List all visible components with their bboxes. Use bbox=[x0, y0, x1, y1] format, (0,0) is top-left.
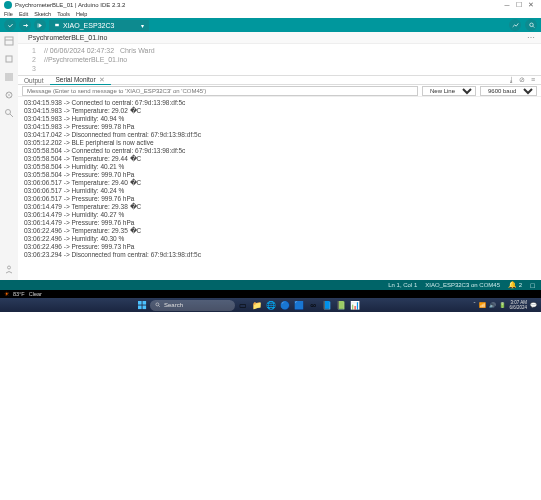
clear-icon[interactable]: ⊘ bbox=[518, 76, 526, 84]
status-board[interactable]: XIAO_ESP32C3 on COM45 bbox=[425, 282, 500, 288]
upload-button[interactable] bbox=[19, 19, 31, 31]
board-selector[interactable]: XIAO_ESP32C3 ▾ bbox=[49, 20, 149, 31]
svg-rect-8 bbox=[138, 301, 142, 305]
close-button[interactable]: ✕ bbox=[525, 1, 537, 9]
serial-line: 03:06:14.479 -> Temperature: 29.38 �C bbox=[24, 203, 535, 211]
excel-icon[interactable]: 📊 bbox=[349, 299, 361, 311]
toolbar: XIAO_ESP32C3 ▾ bbox=[0, 18, 541, 32]
svg-rect-0 bbox=[37, 23, 38, 27]
tray-chevron-icon[interactable]: ˄ bbox=[473, 302, 476, 308]
serial-output[interactable]: 03:04:15.938 -> Connected to central: 67… bbox=[18, 97, 541, 280]
serial-line: 03:05:12.202 -> BLE peripheral is now ac… bbox=[24, 139, 535, 147]
system-tray[interactable]: ˄ 📶 🔊 🔋 3:07 AM 6/6/2024 💬 bbox=[473, 300, 537, 310]
panel-menu-icon[interactable]: ≡ bbox=[529, 76, 537, 84]
menu-help[interactable]: Help bbox=[76, 11, 87, 17]
svg-point-6 bbox=[6, 110, 11, 115]
board-name: XIAO_ESP32C3 bbox=[63, 22, 114, 29]
code-editor[interactable]: 1// 06/06/2024 02:47:32 Chris Ward 2//Ps… bbox=[18, 44, 541, 75]
serial-line: 03:06:06.517 -> Humidity: 40.24 % bbox=[24, 187, 535, 195]
menu-sketch[interactable]: Sketch bbox=[34, 11, 51, 17]
chevron-down-icon: ▾ bbox=[141, 22, 144, 29]
baud-select[interactable]: 9600 baud bbox=[480, 86, 537, 96]
serial-line: 03:06:23.294 -> Disconnected from centra… bbox=[24, 251, 535, 259]
maximize-button[interactable]: ☐ bbox=[513, 1, 525, 9]
chrome-icon[interactable]: 🌐 bbox=[265, 299, 277, 311]
explorer-icon[interactable]: 📁 bbox=[251, 299, 263, 311]
cursor-position: Ln 1, Col 1 bbox=[388, 282, 417, 288]
output-tab[interactable]: Output bbox=[18, 77, 50, 84]
taskbar-search[interactable]: Search bbox=[150, 300, 235, 311]
line-ending-select[interactable]: New Line bbox=[422, 86, 476, 96]
serial-monitor-tab[interactable]: Serial Monitor✕ bbox=[50, 76, 111, 85]
serial-line: 03:04:15.983 -> Humidity: 40.94 % bbox=[24, 115, 535, 123]
serial-plotter-button[interactable] bbox=[509, 19, 521, 31]
search-icon[interactable] bbox=[4, 108, 14, 118]
serial-line: 03:04:15.938 -> Connected to central: 67… bbox=[24, 99, 535, 107]
start-button[interactable] bbox=[136, 299, 148, 311]
weather-label: Clear bbox=[29, 291, 42, 297]
weather-temp: 83°F bbox=[13, 291, 25, 297]
serial-line: 03:06:14.479 -> Pressure: 999.76 hPa bbox=[24, 219, 535, 227]
title-bar: PsychrometerBLE_01 | Arduino IDE 2.3.2 ─… bbox=[0, 0, 541, 10]
menu-tools[interactable]: Tools bbox=[57, 11, 70, 17]
svg-rect-10 bbox=[138, 305, 142, 309]
svg-point-7 bbox=[8, 266, 11, 269]
volume-icon[interactable]: 🔊 bbox=[489, 302, 496, 308]
serial-line: 03:04:15.983 -> Pressure: 999.78 hPa bbox=[24, 123, 535, 131]
svg-rect-11 bbox=[142, 305, 146, 309]
battery-icon[interactable]: 🔋 bbox=[499, 302, 506, 308]
bottom-panel-tabs: Output Serial Monitor✕ ⭳ ⊘ ≡ bbox=[18, 75, 541, 85]
scroll-toggle-icon[interactable]: ⭳ bbox=[507, 76, 515, 84]
svg-rect-3 bbox=[5, 37, 13, 45]
app-icon-2[interactable]: 🟦 bbox=[293, 299, 305, 311]
serial-line: 03:06:22.496 -> Pressure: 999.73 hPa bbox=[24, 243, 535, 251]
bell-icon: 🔔 bbox=[508, 281, 517, 288]
wifi-icon[interactable]: 📶 bbox=[479, 302, 486, 308]
verify-button[interactable] bbox=[4, 19, 16, 31]
editor-tabs: PsychrometerBLE_01.ino ⋯ bbox=[18, 32, 541, 44]
code-text: // 06/06/2024 02:47:32 Chris Ward bbox=[44, 46, 155, 55]
weather-icon: ☀ bbox=[4, 291, 9, 297]
line-number: 2 bbox=[24, 55, 44, 64]
menu-bar: File Edit Sketch Tools Help bbox=[0, 10, 541, 18]
debug-button[interactable] bbox=[34, 19, 46, 31]
status-bar: Ln 1, Col 1 XIAO_ESP32C3 on COM45 🔔 2 ☐ bbox=[0, 280, 541, 290]
serial-line: 03:06:06.517 -> Pressure: 999.76 hPa bbox=[24, 195, 535, 203]
tab-overflow-button[interactable]: ⋯ bbox=[527, 33, 535, 42]
library-manager-icon[interactable] bbox=[4, 72, 14, 82]
app-icon-3[interactable]: 📘 bbox=[321, 299, 333, 311]
serial-message-input[interactable] bbox=[22, 86, 418, 96]
serial-monitor-button[interactable] bbox=[525, 19, 537, 31]
minimize-button[interactable]: ─ bbox=[501, 2, 513, 9]
account-icon[interactable] bbox=[4, 264, 14, 274]
app-icon-4[interactable]: 📗 bbox=[335, 299, 347, 311]
serial-line: 03:06:14.479 -> Humidity: 40.27 % bbox=[24, 211, 535, 219]
notifications-icon[interactable]: 💬 bbox=[530, 302, 537, 308]
weather-widget[interactable]: ☀ 83°F Clear bbox=[0, 290, 541, 298]
menu-edit[interactable]: Edit bbox=[19, 11, 28, 17]
search-icon bbox=[155, 302, 161, 308]
taskbar: Search ▭ 📁 🌐 🔵 🟦 ∞ 📘 📗 📊 ˄ 📶 🔊 🔋 3:07 AM… bbox=[0, 298, 541, 312]
task-view-icon[interactable]: ▭ bbox=[237, 299, 249, 311]
notifications-button[interactable]: 🔔 2 bbox=[508, 281, 522, 289]
close-icon[interactable]: ✕ bbox=[99, 76, 105, 83]
app-icon bbox=[4, 1, 12, 9]
svg-rect-1 bbox=[55, 24, 59, 26]
serial-line: 03:06:06.517 -> Temperature: 29.40 �C bbox=[24, 179, 535, 187]
sketchbook-icon[interactable] bbox=[4, 36, 14, 46]
boards-manager-icon[interactable] bbox=[4, 54, 14, 64]
app-icon-1[interactable]: 🔵 bbox=[279, 299, 291, 311]
serial-input-bar: New Line 9600 baud bbox=[18, 85, 541, 97]
line-number: 1 bbox=[24, 46, 44, 55]
taskbar-clock[interactable]: 3:07 AM 6/6/2024 bbox=[509, 300, 527, 310]
usb-icon bbox=[54, 22, 60, 28]
debug-icon[interactable] bbox=[4, 90, 14, 100]
close-panel-button[interactable]: ☐ bbox=[530, 282, 535, 289]
search-placeholder: Search bbox=[164, 302, 183, 308]
arduino-icon[interactable]: ∞ bbox=[307, 299, 319, 311]
window-title: PsychrometerBLE_01 | Arduino IDE 2.3.2 bbox=[15, 2, 501, 8]
serial-line: 03:05:58.504 -> Pressure: 999.70 hPa bbox=[24, 171, 535, 179]
file-tab[interactable]: PsychrometerBLE_01.ino bbox=[24, 34, 111, 41]
svg-rect-4 bbox=[6, 56, 12, 62]
menu-file[interactable]: File bbox=[4, 11, 13, 17]
